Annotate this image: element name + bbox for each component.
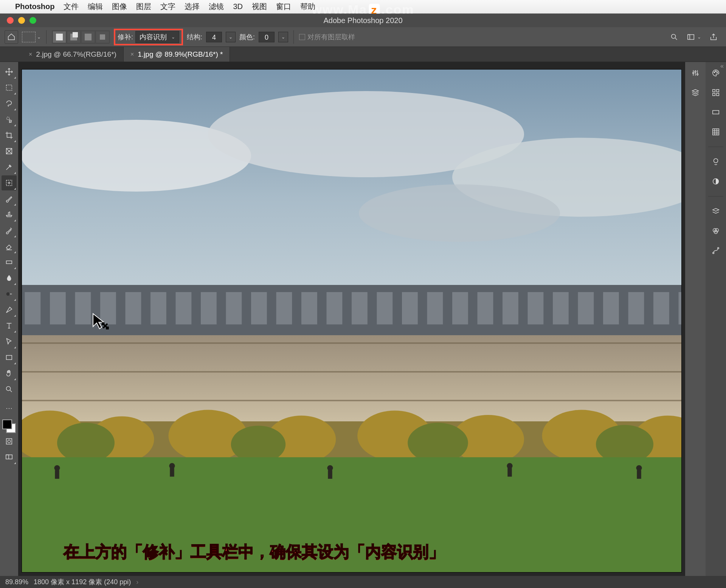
color-label: 颜色: <box>239 32 255 42</box>
menu-select[interactable]: 选择 <box>185 2 200 12</box>
structure-input[interactable]: 4 <box>206 32 222 42</box>
dodge-tool[interactable] <box>2 286 17 302</box>
frame-tool[interactable] <box>2 144 17 159</box>
svg-point-67 <box>54 465 60 471</box>
close-icon[interactable]: × <box>130 51 134 58</box>
menu-edit[interactable]: 编辑 <box>88 2 103 12</box>
layers-panel-icon[interactable] <box>709 205 722 218</box>
history-brush-tool[interactable] <box>2 223 17 238</box>
svg-rect-26 <box>176 292 192 325</box>
svg-rect-33 <box>352 292 368 325</box>
menu-help[interactable]: 帮助 <box>300 2 315 12</box>
svg-rect-24 <box>126 292 141 325</box>
menu-view[interactable]: 视图 <box>252 2 267 12</box>
color-swatches[interactable] <box>2 419 16 433</box>
structure-dropdown[interactable]: ⌄ <box>226 32 236 42</box>
eraser-tool[interactable] <box>2 239 17 254</box>
workspace-switcher[interactable]: ⌄ <box>687 33 701 41</box>
svg-point-61 <box>57 423 115 463</box>
svg-rect-87 <box>713 110 719 114</box>
svg-rect-28 <box>226 292 242 325</box>
patch-mode-select[interactable]: 内容识别 ⌄ <box>135 31 179 43</box>
move-tool[interactable] <box>2 64 17 79</box>
menu-image[interactable]: 图像 <box>112 2 127 12</box>
svg-point-80 <box>714 72 715 73</box>
svg-point-17 <box>359 184 560 242</box>
status-doc-dims[interactable]: 1800 像素 x 1192 像素 (240 ppi) <box>34 577 131 586</box>
lasso-tool[interactable] <box>2 96 17 111</box>
menu-layer[interactable]: 图层 <box>136 2 151 12</box>
svg-point-81 <box>715 71 716 71</box>
channels-panel-icon[interactable] <box>709 224 722 237</box>
pen-tool[interactable] <box>2 302 17 317</box>
selection-add-button[interactable] <box>67 31 80 43</box>
color-input[interactable]: 0 <box>259 32 275 42</box>
menu-3d[interactable]: 3D <box>233 2 243 11</box>
zoom-level[interactable]: 89.89% <box>5 578 28 586</box>
blur-tool[interactable] <box>2 271 17 286</box>
svg-rect-20 <box>25 292 41 325</box>
menu-file[interactable]: 文件 <box>64 2 79 12</box>
document-canvas[interactable] <box>22 70 681 572</box>
patch-tool[interactable] <box>2 175 17 190</box>
tab-label: 1.jpg @ 89.9%(RGB/16*) * <box>138 50 223 59</box>
path-select-tool[interactable] <box>2 334 17 349</box>
selection-intersect-button[interactable] <box>96 31 109 43</box>
menu-type[interactable]: 文字 <box>160 2 175 12</box>
svg-rect-23 <box>100 292 116 325</box>
foreground-color-swatch[interactable] <box>2 419 12 429</box>
clone-stamp-tool[interactable] <box>2 207 17 222</box>
collapse-panels-icon[interactable]: « <box>720 63 724 70</box>
status-bar: 89.89% 1800 像素 x 1192 像素 (240 ppi) › <box>0 576 726 588</box>
svg-rect-70 <box>170 468 174 477</box>
svg-rect-42 <box>578 292 594 325</box>
gradients-panel-icon[interactable] <box>709 106 722 119</box>
libraries-panel-icon[interactable] <box>689 86 702 99</box>
swatches-panel-icon[interactable] <box>709 86 722 99</box>
structure-label: 结构: <box>187 32 202 42</box>
share-icon[interactable] <box>709 33 718 41</box>
selection-new-button[interactable] <box>53 31 66 43</box>
document-tab[interactable]: × 1.jpg @ 89.9%(RGB/16*) * <box>124 47 230 62</box>
marquee-tool[interactable] <box>2 80 17 95</box>
gradient-tool[interactable] <box>2 255 17 270</box>
chevron-right-icon[interactable]: › <box>136 578 138 586</box>
tool-preset-picker[interactable]: ⌄ <box>22 32 41 42</box>
quick-select-tool[interactable] <box>2 112 17 127</box>
screen-mode-button[interactable] <box>2 450 17 465</box>
menu-window[interactable]: 窗口 <box>276 2 291 12</box>
crop-tool[interactable] <box>2 128 17 143</box>
adjustments-panel-icon[interactable] <box>709 155 722 168</box>
patch-mode-value: 内容识别 <box>140 32 167 42</box>
eyedropper-tool[interactable] <box>2 159 17 175</box>
patterns-panel-icon[interactable] <box>709 125 722 138</box>
sample-all-layers-checkbox[interactable]: 对所有图层取样 <box>299 32 355 42</box>
zoom-tool[interactable] <box>2 382 17 397</box>
hand-tool[interactable] <box>2 366 17 381</box>
svg-rect-37 <box>452 292 468 325</box>
styles-panel-icon[interactable] <box>709 175 722 188</box>
home-button[interactable] <box>5 30 18 44</box>
paths-panel-icon[interactable] <box>709 244 722 257</box>
menubar-app-name[interactable]: Photoshop <box>15 2 54 11</box>
type-tool[interactable] <box>2 318 17 333</box>
document-tab[interactable]: × 2.jpg @ 66.7%(RGB/16*) <box>22 47 124 62</box>
close-icon[interactable]: × <box>29 51 32 58</box>
quick-mask-button[interactable] <box>2 434 17 449</box>
rectangle-tool[interactable] <box>2 350 17 365</box>
properties-panel-icon[interactable] <box>689 67 702 79</box>
selection-subtract-button[interactable] <box>82 31 95 43</box>
svg-point-79 <box>697 74 698 75</box>
svg-rect-29 <box>251 292 267 325</box>
svg-rect-74 <box>507 468 512 477</box>
svg-rect-32 <box>327 292 343 325</box>
edit-toolbar-button[interactable]: ⋯ <box>2 401 17 416</box>
brush-tool[interactable] <box>2 191 17 206</box>
menu-filter[interactable]: 滤镜 <box>209 2 224 12</box>
svg-rect-85 <box>713 93 715 96</box>
search-icon[interactable] <box>670 33 678 41</box>
color-dropdown[interactable]: ⌄ <box>278 32 288 42</box>
selection-mode-group <box>52 30 110 44</box>
svg-point-3 <box>7 117 9 120</box>
chevron-down-icon: ⌄ <box>171 34 175 40</box>
